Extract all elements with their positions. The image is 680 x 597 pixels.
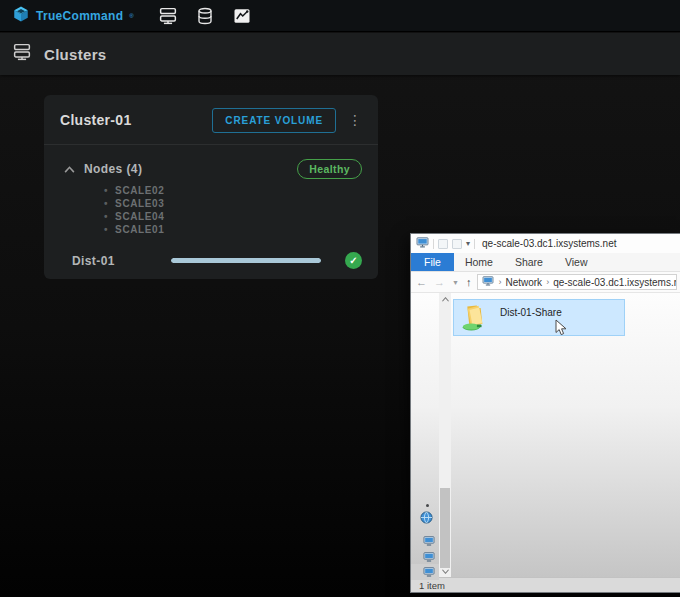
titlebar-separator: [433, 239, 434, 249]
success-check-icon: ✓: [345, 252, 362, 269]
clusters-nav-icon[interactable]: [156, 5, 180, 27]
computer-node-icon[interactable]: [423, 567, 435, 579]
file-item-dist-01-share[interactable]: Dist-01-Share: [453, 299, 625, 336]
card-divider: [44, 144, 378, 145]
item-count: 1 item: [419, 580, 445, 591]
page-header: Clusters: [0, 33, 680, 75]
volume-progress-bar: [171, 258, 321, 263]
explorer-titlebar[interactable]: ▾ qe-scale-03.dc1.ixsystems.net: [411, 234, 680, 253]
collapse-chevron-icon[interactable]: [60, 166, 78, 173]
volume-name: Dist-01: [72, 254, 115, 268]
node-list: SCALE02 SCALE03 SCALE04 SCALE01: [104, 184, 362, 236]
tree-expander-icon[interactable]: [426, 504, 429, 507]
forward-button[interactable]: →: [433, 277, 446, 288]
volume-row: Dist-01 ✓: [60, 252, 362, 269]
truecommand-logo[interactable]: TrueCommand ®: [12, 5, 134, 27]
navigation-toolbar: ← → ▼ ↑ › Network › qe-scale-03.dc1.ixsy…: [411, 272, 680, 293]
qat-properties-icon[interactable]: [438, 239, 448, 249]
recent-locations-dropdown-icon[interactable]: ▼: [451, 279, 460, 286]
node-list-item: SCALE02: [104, 184, 362, 197]
cluster-card: Cluster-01 CREATE VOLUME ⋮ Nodes (4) Hea…: [44, 95, 378, 279]
address-bar[interactable]: › Network › qe-scale-03.dc1.ixsystems.ne…: [477, 274, 677, 290]
address-location-icon: [482, 276, 494, 288]
node-list-item: SCALE01: [104, 223, 362, 236]
navbar-icon-group: [156, 5, 254, 27]
reports-nav-icon[interactable]: [230, 5, 254, 27]
breadcrumb-host[interactable]: qe-scale-03.dc1.ixsystems.net: [553, 277, 677, 288]
network-node-icon[interactable]: [419, 511, 434, 526]
storage-nav-icon[interactable]: [193, 5, 217, 27]
breadcrumb-separator-icon: ›: [498, 277, 501, 287]
kebab-menu-icon[interactable]: ⋮: [348, 113, 362, 127]
qat-dropdown-icon[interactable]: ▾: [466, 239, 470, 248]
breadcrumb-network[interactable]: Network: [505, 277, 542, 288]
scrollbar-thumb[interactable]: [440, 488, 450, 568]
truecommand-cube-icon: [12, 5, 30, 27]
screen: TrueCommand ®: [0, 0, 680, 597]
navigation-pane[interactable]: [411, 293, 439, 577]
tab-view[interactable]: View: [554, 253, 599, 271]
nav-pane-scrollbar[interactable]: [439, 293, 451, 577]
breadcrumb-separator-icon: ›: [546, 277, 549, 287]
window-title: qe-scale-03.dc1.ixsystems.net: [482, 238, 617, 249]
titlebar-separator: [474, 239, 475, 249]
tab-home[interactable]: Home: [454, 253, 504, 271]
truecommand-navbar: TrueCommand ®: [0, 0, 680, 32]
nodes-row: Nodes (4) Healthy: [60, 159, 362, 179]
status-bar: 1 item: [411, 577, 680, 592]
clusters-icon: [12, 43, 32, 65]
up-button[interactable]: ↑: [465, 277, 473, 288]
ribbon-tab-bar: File Home Share View: [411, 253, 680, 272]
qat-new-folder-icon[interactable]: [452, 239, 462, 249]
tab-share[interactable]: Share: [504, 253, 554, 271]
health-badge: Healthy: [297, 159, 362, 179]
scroll-up-icon[interactable]: [439, 293, 451, 305]
create-volume-button[interactable]: CREATE VOLUME: [212, 108, 336, 133]
scroll-down-icon[interactable]: [439, 565, 451, 577]
back-button[interactable]: ←: [415, 277, 428, 288]
computer-node-icon[interactable]: [423, 552, 435, 564]
explorer-body: Dist-01-Share: [411, 293, 680, 577]
shared-folder-icon: [460, 302, 490, 334]
file-explorer-window: ▾ qe-scale-03.dc1.ixsystems.net File Hom…: [410, 233, 680, 593]
mouse-cursor: [555, 319, 567, 338]
volume-progress-fill: [171, 258, 321, 263]
cluster-title: Cluster-01: [60, 112, 212, 128]
node-list-item: SCALE04: [104, 210, 362, 223]
tab-file[interactable]: File: [411, 253, 454, 271]
file-list[interactable]: Dist-01-Share: [451, 293, 680, 577]
node-list-item: SCALE03: [104, 197, 362, 210]
page-title: Clusters: [44, 46, 106, 63]
explorer-app-icon: [416, 237, 429, 250]
computer-node-icon[interactable]: [423, 536, 435, 548]
file-name: Dist-01-Share: [500, 307, 562, 318]
cluster-card-header: Cluster-01 CREATE VOLUME ⋮: [60, 107, 362, 133]
brand-text: TrueCommand: [36, 9, 123, 23]
brand-trademark: ®: [129, 13, 133, 19]
nodes-label: Nodes (4): [84, 162, 142, 176]
